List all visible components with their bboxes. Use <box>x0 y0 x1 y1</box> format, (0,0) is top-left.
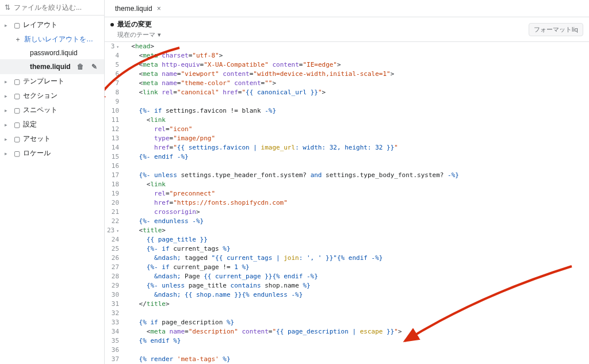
code-line[interactable]: {%- unless page_title contains shop.name… <box>124 281 583 290</box>
chevron-down-icon: ▾ <box>158 31 161 39</box>
line-gutter: 3456789101112131415161718192021222324252… <box>105 42 124 364</box>
chevron-right-icon: ▸ <box>5 108 10 113</box>
code-line[interactable]: {%- if current_tags %} <box>124 244 583 254</box>
sidebar-item-label: アセット <box>23 134 100 144</box>
format-button[interactable]: フォーマットliq <box>529 23 583 36</box>
code-line[interactable]: &ndash; tagged "{{ current_tags | join: … <box>124 254 583 263</box>
code-line[interactable]: {%- endunless -%} <box>124 217 583 226</box>
code-line[interactable]: type="image/png" <box>124 134 583 143</box>
line-number: 7 <box>107 79 119 88</box>
code-line[interactable]: <link rel="canonical" href="{{ canonical… <box>124 88 583 97</box>
code-line[interactable]: crossorigin> <box>124 208 583 217</box>
filter-icon: ⇅ <box>5 3 10 12</box>
code-line[interactable]: <link <box>124 116 583 125</box>
line-number: 12 <box>107 125 119 134</box>
code-line[interactable] <box>124 309 583 318</box>
code-line[interactable]: &ndash; Page {{ current_page }}{% endif … <box>124 272 583 281</box>
filter-bar: ⇅ <box>0 0 104 16</box>
code-line[interactable]: <meta name="theme-color" content=""> <box>124 79 583 88</box>
code-line[interactable]: {%- endif -%} <box>124 152 583 162</box>
sidebar-item-label: テンプレート <box>23 76 100 86</box>
code-line[interactable]: {% if page_description %} <box>124 318 583 327</box>
sidebar-item---[interactable]: ▸▢設定 <box>0 117 104 132</box>
line-number: 21 <box>107 208 119 217</box>
code-line[interactable]: <meta name="viewport" content="width=dev… <box>124 70 583 79</box>
sidebar-item------[interactable]: ▸▢スニペット <box>0 103 104 117</box>
line-number: 14 <box>107 143 119 152</box>
code-line[interactable] <box>124 346 583 355</box>
line-number: 19 <box>107 189 119 198</box>
chevron-right-icon: ▸ <box>5 136 10 142</box>
chevron-right-icon: ▸ <box>5 79 10 85</box>
code-line[interactable]: rel="icon" <box>124 125 583 134</box>
folder-icon: ▢ <box>13 92 21 100</box>
sidebar-item--------------[interactable]: +新しいレイアウトを追加する <box>0 32 104 47</box>
sidebar-item-theme-liquid[interactable]: theme.liquid🗑✎ <box>0 59 104 74</box>
folder-icon: ▢ <box>13 121 21 129</box>
code-line[interactable]: <meta name="description" content="{{ pag… <box>124 327 583 336</box>
line-number: 30 <box>107 290 119 300</box>
tab-label: theme.liquid <box>115 5 152 13</box>
line-number: 4 <box>107 51 119 60</box>
code-line[interactable]: {% endif %} <box>124 336 583 346</box>
sidebar-item-----[interactable]: ▸▢ロケール <box>0 146 104 160</box>
line-number: 27 <box>107 263 119 272</box>
line-number: 34 <box>107 327 119 336</box>
code-line[interactable]: <head> <box>124 42 583 51</box>
code-line[interactable]: href="https://fonts.shopifycdn.com" <box>124 198 583 208</box>
folder-icon: ▢ <box>13 106 21 114</box>
main-panel: theme.liquid × 最近の変更 現在のテーマ ▾ フォーマットliq … <box>105 0 589 364</box>
sidebar-item-password-liquid[interactable]: password.liquid <box>0 47 104 59</box>
close-icon[interactable]: × <box>157 5 161 13</box>
chevron-right-icon: ▸ <box>5 93 10 99</box>
line-number: 18 <box>107 180 119 189</box>
line-number: 33 <box>107 318 119 327</box>
code-line[interactable]: <meta http-equiv="X-UA-Compatible" conte… <box>124 60 583 70</box>
code-line[interactable]: {%- unless settings.type_header_font.sys… <box>124 171 583 180</box>
sidebar-item-------[interactable]: ▸▢テンプレート <box>0 74 104 89</box>
folder-icon: ▢ <box>13 150 21 158</box>
file-sidebar: ⇅ ▸▢レイアウト+新しいレイアウトを追加するpassword.liquidth… <box>0 0 105 364</box>
code-line[interactable]: </title> <box>124 300 583 309</box>
code-line[interactable]: &ndash; {{ shop.name }}{% endunless -%} <box>124 290 583 300</box>
theme-select[interactable]: 現在のテーマ ▾ <box>110 30 161 39</box>
code-line[interactable]: {% render 'meta-tags' %} <box>124 355 583 364</box>
sidebar-item-label: レイアウト <box>23 20 100 30</box>
line-number: 5 <box>107 60 119 70</box>
code-editor[interactable]: 3456789101112131415161718192021222324252… <box>105 42 589 364</box>
line-number: 9 <box>107 97 119 106</box>
line-number: 24 <box>107 235 119 244</box>
code-line[interactable] <box>124 162 583 171</box>
chevron-right-icon: ▸ <box>5 122 10 128</box>
code-line[interactable]: href="{{ settings.favicon | image_url: w… <box>124 143 583 152</box>
line-number: 36 <box>107 346 119 355</box>
chevron-right-icon: ▸ <box>5 22 10 28</box>
sidebar-item-label: ロケール <box>23 148 100 158</box>
code-line[interactable]: <title> <box>124 226 583 235</box>
line-number: 8 <box>107 88 119 97</box>
code-line[interactable]: {{ page_title }} <box>124 235 583 244</box>
line-number: 11 <box>107 116 119 125</box>
code-line[interactable]: <meta charset="utf-8"> <box>124 51 583 60</box>
sidebar-item-----[interactable]: ▸▢アセット <box>0 132 104 146</box>
folder-icon: ▢ <box>13 21 21 29</box>
delete-icon[interactable]: 🗑 <box>75 62 86 72</box>
filter-input[interactable] <box>14 3 100 12</box>
file-tree: ▸▢レイアウト+新しいレイアウトを追加するpassword.liquidthem… <box>0 16 104 364</box>
sidebar-item-label: password.liquid <box>30 49 100 57</box>
line-number: 3 <box>107 42 119 51</box>
code-line[interactable]: rel="preconnect" <box>124 189 583 198</box>
code-content[interactable]: <head> <meta charset="utf-8"> <meta http… <box>124 42 589 364</box>
sidebar-item-label: 設定 <box>23 120 100 129</box>
line-number: 16 <box>107 162 119 171</box>
edit-icon[interactable]: ✎ <box>89 62 100 72</box>
sidebar-item------[interactable]: ▸▢レイアウト <box>0 18 104 32</box>
code-line[interactable] <box>124 97 583 106</box>
code-line[interactable]: <link <box>124 180 583 189</box>
code-line[interactable]: {%- if settings.favicon != blank -%} <box>124 106 583 116</box>
code-line[interactable]: {%- if current_page != 1 %} <box>124 263 583 272</box>
sidebar-item-label: スニペット <box>23 105 100 115</box>
tab-theme-liquid[interactable]: theme.liquid × <box>109 0 167 17</box>
sidebar-item------[interactable]: ▸▢セクション <box>0 89 104 103</box>
line-number: 20 <box>107 198 119 208</box>
